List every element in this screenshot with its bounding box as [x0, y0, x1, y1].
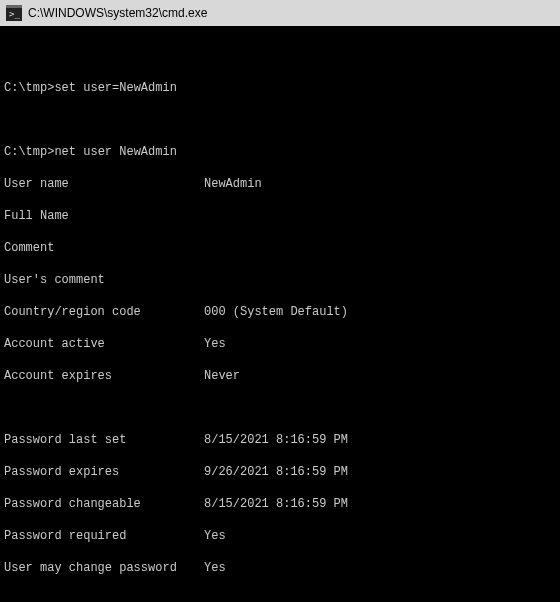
kv-row: User nameNewAdmin: [4, 176, 556, 192]
window-title: C:\WINDOWS\system32\cmd.exe: [28, 6, 207, 20]
kv-row: Password last set8/15/2021 8:16:59 PM: [4, 432, 556, 448]
kv-row: Comment: [4, 240, 556, 256]
cmd-line: C:\tmp>net user NewAdmin: [4, 144, 556, 160]
cmd-window: >_ C:\WINDOWS\system32\cmd.exe C:\tmp>se…: [0, 0, 560, 602]
kv-row: Full Name: [4, 208, 556, 224]
kv-row: User may change passwordYes: [4, 560, 556, 576]
kv-row: Country/region code000 (System Default): [4, 304, 556, 320]
cmd-icon: >_: [6, 5, 22, 21]
kv-row: Account expiresNever: [4, 368, 556, 384]
titlebar[interactable]: >_ C:\WINDOWS\system32\cmd.exe: [0, 0, 560, 26]
kv-row: Password expires9/26/2021 8:16:59 PM: [4, 464, 556, 480]
kv-row: Password changeable8/15/2021 8:16:59 PM: [4, 496, 556, 512]
kv-row: User's comment: [4, 272, 556, 288]
kv-row: Account activeYes: [4, 336, 556, 352]
svg-rect-1: [6, 5, 22, 8]
cmd-line: C:\tmp>set user=NewAdmin: [4, 80, 556, 96]
kv-row: Password requiredYes: [4, 528, 556, 544]
terminal-output[interactable]: C:\tmp>set user=NewAdmin C:\tmp>net user…: [0, 26, 560, 602]
svg-text:>_: >_: [9, 9, 20, 19]
